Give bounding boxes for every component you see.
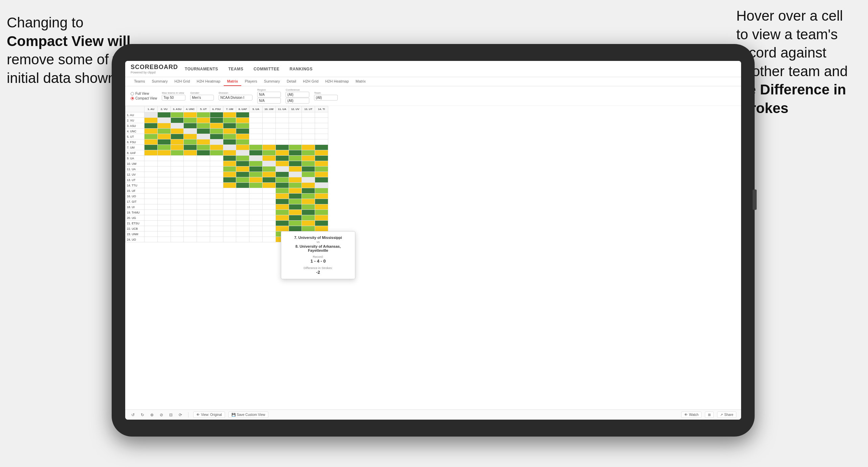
matrix-cell[interactable] — [210, 221, 223, 226]
matrix-cell[interactable] — [263, 177, 276, 183]
matrix-cell[interactable] — [197, 134, 210, 139]
matrix-cell[interactable] — [249, 139, 263, 145]
matrix-cell[interactable] — [157, 210, 171, 215]
matrix-cell[interactable] — [171, 123, 184, 129]
max-teams-select[interactable]: Top 50 — [162, 95, 185, 101]
matrix-cell[interactable] — [289, 188, 302, 194]
matrix-cell[interactable] — [315, 139, 328, 145]
matrix-cell[interactable] — [197, 210, 210, 215]
matrix-cell[interactable] — [315, 134, 328, 139]
watch-btn[interactable]: 👁 Watch — [681, 412, 702, 418]
matrix-cell[interactable] — [197, 237, 210, 242]
matrix-cell[interactable] — [157, 161, 171, 166]
matrix-cell[interactable] — [275, 215, 289, 221]
full-view-radio[interactable]: Full View — [131, 92, 157, 95]
matrix-cell[interactable] — [302, 166, 315, 172]
matrix-cell[interactable] — [236, 237, 249, 242]
matrix-cell[interactable] — [289, 161, 302, 166]
matrix-cell[interactable] — [171, 215, 184, 221]
matrix-cell[interactable] — [144, 188, 158, 194]
matrix-cell[interactable] — [210, 145, 223, 150]
matrix-cell[interactable] — [171, 145, 184, 150]
matrix-cell[interactable] — [144, 204, 158, 210]
matrix-cell[interactable] — [210, 139, 223, 145]
matrix-cell[interactable] — [289, 204, 302, 210]
gender-select[interactable]: Men's — [190, 95, 214, 101]
division-select[interactable]: NCAA Division I — [219, 95, 252, 101]
matrix-cell[interactable] — [263, 199, 276, 204]
matrix-cell[interactable] — [236, 204, 249, 210]
matrix-cell[interactable] — [197, 204, 210, 210]
matrix-cell[interactable] — [263, 145, 276, 150]
matrix-cell[interactable] — [144, 183, 158, 188]
nav-rankings[interactable]: RANKINGS — [290, 65, 313, 73]
matrix-cell[interactable] — [171, 194, 184, 199]
matrix-cell[interactable] — [184, 226, 197, 231]
matrix-cell[interactable] — [184, 194, 197, 199]
matrix-cell[interactable] — [171, 112, 184, 118]
matrix-cell[interactable] — [315, 226, 328, 231]
matrix-cell[interactable] — [263, 226, 276, 231]
matrix-cell[interactable] — [236, 118, 249, 123]
zoom-icon[interactable]: ⊟ — [168, 412, 174, 418]
matrix-cell[interactable] — [223, 210, 236, 215]
matrix-cell[interactable] — [157, 150, 171, 156]
matrix-cell[interactable] — [275, 194, 289, 199]
matrix-cell[interactable] — [197, 129, 210, 134]
matrix-cell[interactable] — [236, 156, 249, 161]
matrix-cell[interactable] — [263, 172, 276, 177]
tab-summary-2[interactable]: Summary — [261, 77, 283, 86]
tab-h2h-heatmap-1[interactable]: H2H Heatmap — [193, 77, 224, 86]
matrix-cell[interactable] — [315, 215, 328, 221]
matrix-cell[interactable] — [263, 194, 276, 199]
matrix-cell[interactable] — [236, 210, 249, 215]
matrix-cell[interactable] — [223, 194, 236, 199]
matrix-cell[interactable] — [171, 237, 184, 242]
matrix-cell[interactable] — [210, 161, 223, 166]
matrix-cell[interactable] — [184, 123, 197, 129]
matrix-cell[interactable] — [275, 112, 289, 118]
matrix-cell[interactable] — [184, 172, 197, 177]
refresh-icon[interactable]: ⟳ — [177, 412, 183, 418]
nav-tournaments[interactable]: TOURNAMENTS — [185, 65, 218, 73]
matrix-cell[interactable] — [302, 161, 315, 166]
matrix-cell[interactable] — [249, 161, 263, 166]
matrix-cell[interactable] — [315, 177, 328, 183]
matrix-cell[interactable] — [223, 221, 236, 226]
matrix-cell[interactable] — [171, 199, 184, 204]
matrix-cell[interactable] — [157, 166, 171, 172]
matrix-cell[interactable] — [249, 204, 263, 210]
matrix-cell[interactable] — [210, 194, 223, 199]
matrix-cell[interactable] — [171, 129, 184, 134]
matrix-cell[interactable] — [263, 215, 276, 221]
matrix-cell[interactable] — [275, 221, 289, 226]
compact-view-radio[interactable]: Compact View — [131, 96, 157, 100]
matrix-cell[interactable] — [171, 231, 184, 237]
matrix-cell[interactable] — [236, 221, 249, 226]
matrix-cell[interactable] — [275, 139, 289, 145]
matrix-cell[interactable] — [289, 194, 302, 199]
matrix-cell[interactable] — [210, 118, 223, 123]
matrix-cell[interactable] — [263, 210, 276, 215]
matrix-cell[interactable] — [249, 210, 263, 215]
matrix-cell[interactable] — [289, 177, 302, 183]
matrix-cell[interactable] — [275, 199, 289, 204]
matrix-cell[interactable] — [184, 129, 197, 134]
matrix-cell[interactable] — [184, 161, 197, 166]
matrix-cell[interactable] — [289, 166, 302, 172]
matrix-cell[interactable] — [157, 199, 171, 204]
matrix-cell[interactable] — [223, 123, 236, 129]
matrix-cell[interactable] — [197, 145, 210, 150]
matrix-cell[interactable] — [223, 150, 236, 156]
matrix-cell[interactable] — [197, 123, 210, 129]
matrix-cell[interactable] — [144, 215, 158, 221]
matrix-cell[interactable] — [210, 199, 223, 204]
matrix-cell[interactable] — [236, 145, 249, 150]
matrix-cell[interactable] — [157, 134, 171, 139]
matrix-cell[interactable] — [275, 166, 289, 172]
matrix-cell[interactable] — [197, 194, 210, 199]
matrix-cell[interactable] — [275, 118, 289, 123]
matrix-cell[interactable] — [157, 221, 171, 226]
matrix-cell[interactable] — [197, 166, 210, 172]
matrix-cell[interactable] — [197, 226, 210, 231]
